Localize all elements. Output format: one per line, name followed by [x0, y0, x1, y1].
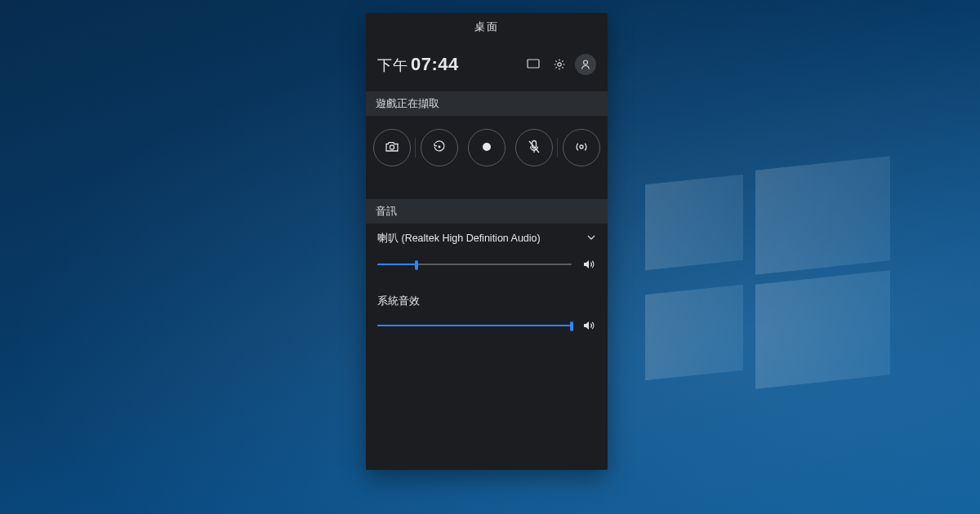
svg-point-1 [558, 63, 561, 66]
broadcast-icon [574, 140, 589, 157]
capture-toolbar [366, 116, 608, 184]
svg-point-5 [483, 143, 491, 151]
speaker-icon[interactable] [581, 318, 596, 333]
mic-toggle-button[interactable] [515, 129, 553, 166]
windows-logo [645, 163, 890, 383]
clock: 下午07:44 [377, 54, 459, 75]
broadcast-button[interactable] [563, 129, 600, 166]
game-bar-panel: 桌面 下午07:44 [366, 13, 608, 470]
account-button[interactable] [575, 54, 596, 75]
svg-rect-0 [528, 60, 539, 68]
clock-time: 07:44 [411, 54, 459, 74]
capture-heading: 遊戲正在擷取 [366, 91, 608, 116]
person-icon [580, 59, 591, 70]
output-device-label: 喇叭 (Realtek High Definition Audio) [377, 232, 541, 246]
output-device-selector[interactable]: 喇叭 (Realtek High Definition Audio) [377, 232, 596, 246]
system-sounds-label: 系統音效 [377, 295, 596, 308]
speaker-icon[interactable] [581, 257, 596, 272]
record-icon [481, 141, 492, 155]
clock-ampm: 下午 [377, 57, 408, 73]
panel-header: 下午07:44 [366, 41, 608, 91]
mic-off-icon [528, 140, 541, 157]
widgets-button[interactable] [523, 54, 544, 75]
monitor-icon [527, 59, 540, 70]
settings-button[interactable] [549, 54, 570, 75]
system-volume-slider[interactable] [377, 320, 572, 331]
chevron-down-icon [586, 233, 596, 245]
svg-point-3 [390, 144, 394, 148]
record-last-button[interactable] [421, 129, 458, 166]
screenshot-button[interactable] [373, 129, 411, 166]
svg-point-4 [439, 145, 441, 148]
record-button[interactable] [468, 129, 506, 166]
device-volume-row [377, 257, 596, 272]
gear-icon [553, 58, 566, 71]
system-volume-row [377, 318, 596, 333]
replay-icon [432, 140, 447, 157]
svg-point-7 [580, 145, 583, 148]
audio-heading: 音訊 [366, 199, 608, 224]
audio-body: 喇叭 (Realtek High Definition Audio) 系統音 [366, 224, 608, 333]
camera-icon [385, 140, 399, 156]
desktop-background: 桌面 下午07:44 [0, 0, 980, 514]
panel-title: 桌面 [366, 13, 608, 41]
device-volume-slider[interactable] [377, 259, 572, 270]
svg-point-2 [584, 60, 588, 64]
